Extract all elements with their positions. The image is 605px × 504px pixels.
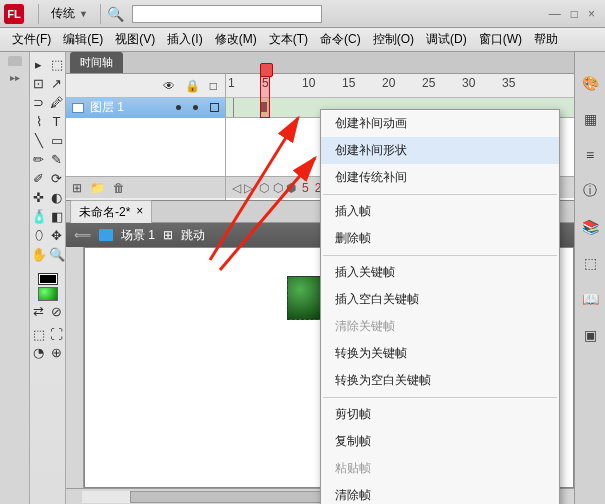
- tool-button[interactable]: ◐: [49, 189, 65, 205]
- tool-option[interactable]: ⛶: [49, 326, 65, 342]
- symbol-name[interactable]: 跳动: [181, 227, 205, 244]
- tool-button[interactable]: 🧴: [31, 208, 47, 224]
- tool-button[interactable]: ✥: [49, 227, 65, 243]
- tool-button[interactable]: ✐: [31, 170, 47, 186]
- frame-ruler[interactable]: 1 5 10 15 20 25 30 35: [226, 74, 574, 98]
- context-menu-item[interactable]: 插入空白关键帧: [321, 286, 559, 313]
- scrollbar-thumb[interactable]: [130, 491, 344, 503]
- tool-button[interactable]: ⊃: [31, 94, 47, 110]
- tool-button[interactable]: ▭: [49, 132, 65, 148]
- panel-icon[interactable]: ⓘ: [581, 182, 599, 200]
- swap-colors-icon[interactable]: ⇄: [31, 303, 47, 319]
- stroke-color-swatch[interactable]: [38, 273, 58, 285]
- tool-button[interactable]: 🖉: [49, 94, 65, 110]
- panel-icon[interactable]: 📚: [581, 218, 599, 236]
- panel-icon[interactable]: 📖: [581, 290, 599, 308]
- visibility-header-icon[interactable]: 👁: [163, 79, 175, 93]
- new-layer-button[interactable]: ⊞: [72, 181, 82, 195]
- document-tab[interactable]: 未命名-2* ×: [70, 200, 152, 224]
- menu-control[interactable]: 控制(O): [367, 31, 420, 48]
- tool-button[interactable]: ╲: [31, 132, 47, 148]
- context-menu-item[interactable]: 转换为关键帧: [321, 340, 559, 367]
- layer-lock-dot[interactable]: [193, 105, 198, 110]
- panel-icon[interactable]: ▣: [581, 326, 599, 344]
- search-input[interactable]: [132, 5, 322, 23]
- tool-button[interactable]: ✜: [31, 189, 47, 205]
- tool-button[interactable]: ⊡: [31, 75, 47, 91]
- close-tab-icon[interactable]: ×: [136, 204, 143, 221]
- panel-icon[interactable]: 🎨: [581, 74, 599, 92]
- context-menu-item[interactable]: 创建传统补间: [321, 164, 559, 191]
- context-menu-item[interactable]: 复制帧: [321, 428, 559, 455]
- tool-button[interactable]: ✋: [31, 246, 47, 262]
- vertical-ruler: [66, 247, 84, 488]
- tool-button[interactable]: 🔍: [49, 246, 65, 262]
- menu-debug[interactable]: 调试(D): [420, 31, 473, 48]
- tool-button[interactable]: ✏: [31, 151, 47, 167]
- maximize-button[interactable]: □: [571, 7, 578, 21]
- context-menu-item[interactable]: 清除帧: [321, 482, 559, 504]
- menu-edit[interactable]: 编辑(E): [57, 31, 109, 48]
- tool-button[interactable]: ⌇: [31, 113, 47, 129]
- menu-window[interactable]: 窗口(W): [473, 31, 528, 48]
- layer-row[interactable]: 图层 1: [66, 98, 225, 118]
- new-folder-button[interactable]: 📁: [90, 181, 105, 195]
- context-menu-item[interactable]: 创建补间动画: [321, 110, 559, 137]
- scene-icon: [99, 229, 113, 241]
- menu-help[interactable]: 帮助: [528, 31, 564, 48]
- playback-controls[interactable]: ◁ ▷: [232, 181, 253, 195]
- app-logo-icon: FL: [4, 4, 24, 24]
- outline-header-icon[interactable]: □: [210, 79, 217, 93]
- delete-layer-button[interactable]: 🗑: [113, 181, 125, 195]
- current-frame: 5: [302, 181, 309, 195]
- keyframe-icon[interactable]: [228, 103, 234, 109]
- ruler-tick: 1: [228, 76, 235, 90]
- menu-command[interactable]: 命令(C): [314, 31, 367, 48]
- tool-option[interactable]: ⬚: [31, 326, 47, 342]
- tool-button[interactable]: ⬯: [31, 227, 47, 243]
- tool-button[interactable]: ⬚: [49, 56, 65, 72]
- fill-color-swatch[interactable]: [38, 287, 58, 301]
- workspace-selector[interactable]: 传统 ▼: [45, 3, 94, 24]
- context-menu-item[interactable]: 剪切帧: [321, 401, 559, 428]
- tool-button[interactable]: ↗: [49, 75, 65, 91]
- tool-button[interactable]: T: [49, 113, 65, 129]
- panel-icon[interactable]: ▦: [581, 110, 599, 128]
- selected-shape[interactable]: [287, 276, 323, 320]
- tool-button[interactable]: ◧: [49, 208, 65, 224]
- menu-file[interactable]: 文件(F): [6, 31, 57, 48]
- menu-view[interactable]: 视图(V): [109, 31, 161, 48]
- back-arrow-icon[interactable]: ⟸: [74, 228, 91, 242]
- context-menu-item[interactable]: 删除帧: [321, 225, 559, 252]
- tool-option[interactable]: ⊕: [49, 344, 65, 360]
- panel-icon[interactable]: ⬚: [581, 254, 599, 272]
- menu-insert[interactable]: 插入(I): [161, 31, 208, 48]
- layer-type-icon: [72, 103, 84, 113]
- panel-icon[interactable]: ≡: [581, 146, 599, 164]
- timeline-tab[interactable]: 时间轴: [70, 52, 123, 73]
- tool-button[interactable]: ⟳: [49, 170, 65, 186]
- dock-tab-icon[interactable]: [8, 56, 22, 66]
- menu-modify[interactable]: 修改(M): [209, 31, 263, 48]
- close-window-button[interactable]: ×: [588, 7, 595, 21]
- expand-tools-icon[interactable]: ▸▸: [8, 70, 22, 85]
- context-menu-item[interactable]: 插入关键帧: [321, 259, 559, 286]
- context-menu-item[interactable]: 转换为空白关键帧: [321, 367, 559, 394]
- right-panel-dock: 🎨▦≡ⓘ📚⬚📖▣: [574, 52, 605, 504]
- layer-name: 图层 1: [90, 99, 124, 116]
- scene-name[interactable]: 场景 1: [121, 227, 155, 244]
- tool-button[interactable]: ▸: [31, 56, 47, 72]
- menu-text[interactable]: 文本(T): [263, 31, 314, 48]
- tool-button[interactable]: ✎: [49, 151, 65, 167]
- lock-header-icon[interactable]: 🔒: [185, 79, 200, 93]
- onion-skin-controls[interactable]: ⬡ ⬡ ⬢: [259, 181, 296, 195]
- context-menu-item[interactable]: 插入帧: [321, 198, 559, 225]
- context-menu-item[interactable]: 创建补间形状: [321, 137, 559, 164]
- layer-visible-dot[interactable]: [176, 105, 181, 110]
- layer-outline-toggle[interactable]: [210, 103, 219, 112]
- playhead[interactable]: [260, 74, 270, 118]
- tool-option[interactable]: ◔: [31, 344, 47, 360]
- ruler-tick: 25: [422, 76, 435, 90]
- minimize-button[interactable]: —: [549, 7, 561, 21]
- no-color-icon[interactable]: ⊘: [49, 303, 65, 319]
